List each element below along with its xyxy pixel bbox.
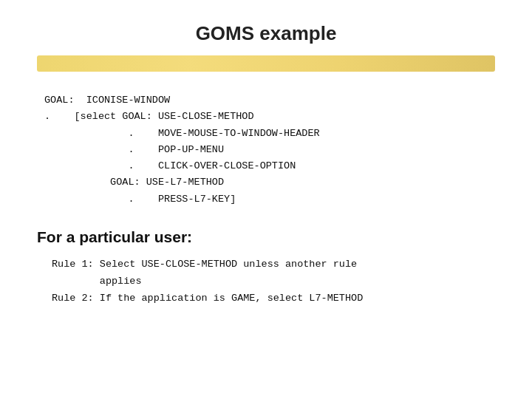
goms-code-block: GOAL: ICONISE-WINDOW . [select GOAL: USE… bbox=[37, 92, 495, 208]
code-line-6: GOAL: USE-L7-METHOD bbox=[44, 174, 495, 191]
code-line-3: . MOVE-MOUSE-TO-WINDOW-HEADER bbox=[44, 126, 495, 142]
rule-line-1: Rule 1: Select USE-CLOSE-METHOD unless a… bbox=[52, 256, 495, 273]
code-line-1: GOAL: ICONISE-WINDOW bbox=[44, 92, 495, 109]
rule-line-2: applies bbox=[52, 273, 495, 290]
highlight-bar bbox=[37, 55, 495, 72]
page-title: GOMS example bbox=[37, 22, 495, 45]
code-line-5: . CLICK-OVER-CLOSE-OPTION bbox=[44, 158, 495, 174]
section-heading: For a particular user: bbox=[37, 228, 495, 246]
page: GOMS example GOAL: ICONISE-WINDOW . [sel… bbox=[0, 0, 532, 399]
rules-block: Rule 1: Select USE-CLOSE-METHOD unless a… bbox=[37, 256, 495, 307]
code-line-2: . [select GOAL: USE-CLOSE-METHOD bbox=[44, 109, 495, 125]
code-line-7: . PRESS-L7-KEY] bbox=[44, 191, 495, 208]
rule-line-3: Rule 2: If the application is GAME, sele… bbox=[52, 290, 495, 307]
code-line-4: . POP-UP-MENU bbox=[44, 142, 495, 158]
